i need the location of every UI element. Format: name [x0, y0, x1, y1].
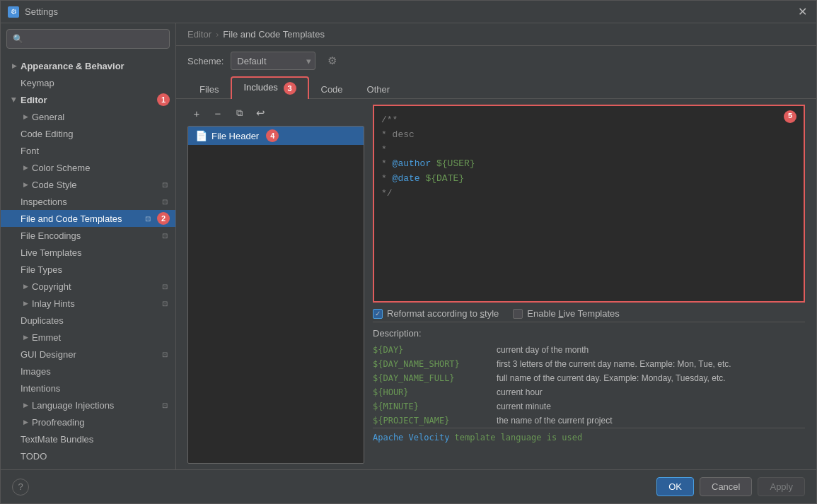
sidebar: 🔍 ▶ Appearance & Behavior Keymap ▶ Edito… — [1, 23, 176, 469]
sidebar-item-inspections[interactable]: Inspections ⊡ — [1, 193, 175, 210]
expand-arrow-language-injections: ▶ — [21, 400, 30, 410]
code-line-3: * — [381, 143, 796, 158]
sidebar-item-images[interactable]: Images — [1, 363, 175, 380]
sidebar-label-textmate-bundles: TextMate Bundles — [21, 434, 170, 445]
apply-button[interactable]: Apply — [758, 477, 805, 496]
search-input[interactable] — [28, 34, 163, 44]
sidebar-item-textmate-bundles[interactable]: TextMate Bundles — [1, 430, 175, 447]
sidebar-item-language-injections[interactable]: ▶ Language Injections ⊡ — [1, 397, 175, 414]
description-panel: Description: ${DAY} current day of the m… — [373, 322, 805, 450]
ok-button[interactable]: OK — [656, 477, 694, 496]
sidebar-label-general: General — [32, 112, 170, 122]
code-line-1: /** — [381, 113, 796, 128]
code-editor-badge: 5 — [784, 110, 796, 123]
sidebar-item-copyright[interactable]: ▶ Copyright ⊡ — [1, 278, 175, 295]
tab-other[interactable]: Other — [355, 79, 402, 99]
search-box[interactable]: 🔍 — [6, 29, 170, 49]
help-button[interactable]: ? — [12, 479, 29, 496]
file-code-templates-badge: 2 — [157, 212, 170, 225]
live-templates-option[interactable]: Enable Live Templates — [513, 308, 620, 319]
sidebar-item-file-code-templates[interactable]: File and Code Templates ⊡ 2 — [1, 210, 175, 227]
code-options: ✓ Reformat according to style Enable Liv… — [373, 303, 805, 322]
sidebar-item-gui-designer[interactable]: GUI Designer ⊡ — [1, 346, 175, 363]
reformat-checkbox[interactable]: ✓ — [373, 309, 383, 319]
file-code-templates-icon: ⊡ — [143, 213, 153, 223]
gear-button[interactable]: ⚙ — [323, 52, 341, 70]
sidebar-item-duplicates[interactable]: Duplicates — [1, 312, 175, 329]
live-templates-checkbox[interactable] — [513, 309, 523, 319]
reformat-option[interactable]: ✓ Reformat according to style — [373, 308, 499, 319]
sidebar-label-inlay-hints: Inlay Hints — [32, 298, 157, 309]
settings-dialog: ⚙ Settings ✕ 🔍 ▶ Appearance & Behavior K… — [0, 0, 817, 504]
sidebar-item-file-types[interactable]: File Types — [1, 261, 175, 278]
tab-other-label: Other — [367, 84, 390, 95]
sidebar-list: ▶ Appearance & Behavior Keymap ▶ Editor … — [1, 54, 175, 469]
code-editor[interactable]: 5 /** * desc * * @author ${USER} * @date… — [373, 105, 805, 303]
sidebar-label-proofreading: Proofreading — [32, 417, 170, 428]
cancel-button[interactable]: Cancel — [700, 477, 752, 496]
sidebar-item-todo[interactable]: TODO — [1, 447, 175, 464]
sidebar-item-live-templates[interactable]: Live Templates — [1, 244, 175, 261]
sidebar-item-editor[interactable]: ▶ Editor 1 — [1, 91, 175, 108]
file-header-icon: 📄 — [195, 130, 207, 141]
desc-text-day: current day of the month — [491, 343, 805, 357]
sidebar-item-color-scheme[interactable]: ▶ Color Scheme — [1, 159, 175, 176]
reset-button[interactable]: ↩ — [251, 105, 270, 122]
bottom-bar: ? OK Cancel Apply — [1, 469, 816, 503]
desc-var-day: ${DAY} — [373, 343, 491, 357]
sidebar-item-inlay-hints[interactable]: ▶ Inlay Hints ⊡ — [1, 295, 175, 312]
sidebar-item-code-style[interactable]: ▶ Code Style ⊡ — [1, 176, 175, 193]
sidebar-item-intentions[interactable]: Intentions — [1, 380, 175, 397]
scheme-select[interactable]: Default Project — [231, 52, 315, 70]
desc-text-hour: current hour — [491, 385, 805, 399]
help-icon: ? — [18, 481, 23, 492]
search-icon: 🔍 — [13, 34, 23, 44]
apache-velocity-link[interactable]: Apache Velocity — [373, 433, 449, 443]
desc-var-day-short: ${DAY_NAME_SHORT} — [373, 357, 491, 371]
sidebar-item-proofreading[interactable]: ▶ Proofreading — [1, 414, 175, 430]
desc-text-day-short: first 3 letters of the current day name.… — [491, 357, 805, 371]
desc-row-minute: ${MINUTE} current minute — [373, 399, 805, 414]
sidebar-label-intentions: Intentions — [21, 383, 170, 394]
breadcrumb-editor: Editor — [187, 29, 212, 40]
sidebar-label-todo: TODO — [21, 451, 170, 462]
desc-row-day: ${DAY} current day of the month — [373, 343, 805, 357]
remove-button[interactable]: − — [209, 105, 227, 122]
code-line-5: * @date ${DATE} — [381, 172, 796, 187]
desc-row-day-short: ${DAY_NAME_SHORT} first 3 letters of the… — [373, 357, 805, 371]
desc-text-day-full: full name of the current day. Example: M… — [491, 371, 805, 385]
sidebar-label-inspections: Inspections — [21, 197, 157, 207]
file-encodings-icon: ⊡ — [160, 230, 170, 240]
expand-arrow-appearance: ▶ — [9, 61, 19, 71]
copyright-icon: ⊡ — [160, 281, 170, 291]
sidebar-label-images: Images — [21, 366, 170, 377]
breadcrumb-active: File and Code Templates — [223, 29, 325, 40]
sidebar-item-general[interactable]: ▶ General — [1, 108, 175, 125]
gui-designer-icon: ⊡ — [160, 349, 170, 359]
expand-arrow-color-scheme: ▶ — [21, 163, 30, 172]
code-line-6: */ — [381, 187, 796, 201]
sidebar-label-code-style: Code Style — [32, 180, 157, 190]
desc-title: Description: — [373, 328, 805, 339]
sidebar-item-emmet[interactable]: ▶ Emmet — [1, 329, 175, 346]
close-button[interactable]: ✕ — [795, 5, 809, 19]
sidebar-item-font[interactable]: Font — [1, 142, 175, 159]
tab-files[interactable]: Files — [187, 79, 231, 99]
add-button[interactable]: + — [187, 105, 206, 122]
tab-includes[interactable]: Includes 3 — [231, 76, 308, 99]
tab-code[interactable]: Code — [309, 79, 355, 99]
sidebar-item-appearance[interactable]: ▶ Appearance & Behavior — [1, 57, 175, 74]
title-bar: ⚙ Settings ✕ — [1, 1, 816, 23]
expand-arrow-inlay-hints: ▶ — [21, 298, 30, 308]
expand-arrow-general: ▶ — [21, 112, 30, 122]
file-item-header[interactable]: 📄 File Header 4 — [188, 127, 364, 145]
sidebar-item-code-editing[interactable]: Code Editing — [1, 125, 175, 142]
desc-var-minute: ${MINUTE} — [373, 399, 491, 414]
sidebar-label-language-injections: Language Injections — [32, 400, 157, 411]
sidebar-item-file-encodings[interactable]: File Encodings ⊡ — [1, 227, 175, 244]
file-list-toolbar: + − ⧉ ↩ — [187, 105, 364, 122]
sidebar-item-keymap[interactable]: Keymap — [1, 74, 175, 91]
file-list: 📄 File Header 4 — [187, 126, 364, 464]
desc-row-project-name: ${PROJECT_NAME} the name of the current … — [373, 414, 805, 428]
copy-button[interactable]: ⧉ — [230, 105, 248, 122]
